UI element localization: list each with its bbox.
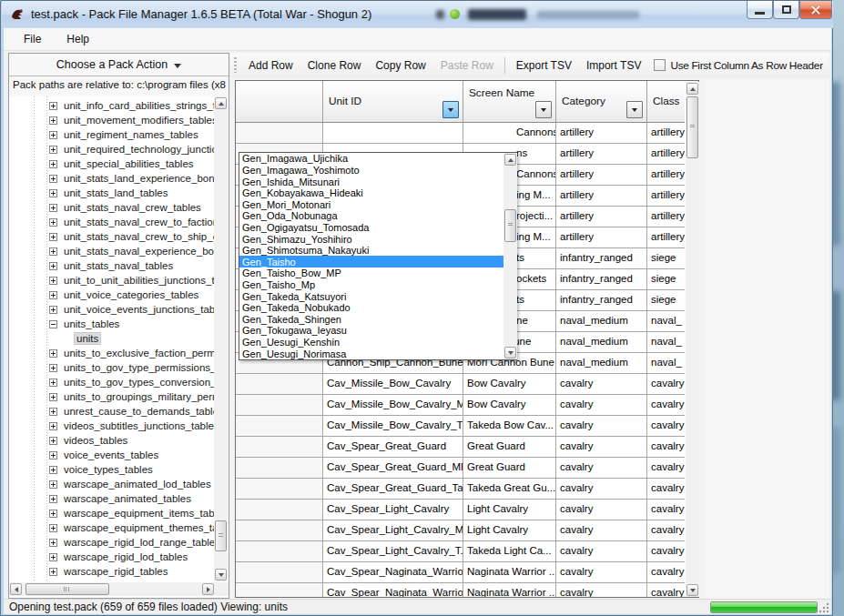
cell-category[interactable]: artillery [556,186,647,207]
filter-option[interactable]: Gen_Shimazu_Yoshihiro [239,233,503,245]
cell-class[interactable]: siege [647,269,685,290]
cell-category[interactable]: cavalry [556,437,647,458]
expand-plus-icon[interactable] [49,349,57,358]
cell-screen-name[interactable]: Great Guard [463,458,556,479]
title-bar[interactable]: test.pack - Pack File Manager 1.6.5 BETA… [2,1,833,28]
column-header-screen-name[interactable]: Screen Name [463,81,556,123]
cell-class[interactable]: artillery [647,227,685,248]
cell-class[interactable]: cavalry [647,500,685,520]
expand-plus-icon[interactable] [49,466,57,474]
expand-plus-icon[interactable] [49,364,57,372]
table-row[interactable]: Cav_Spear_Light_CavalryLight Cavalrycava… [236,500,685,520]
column-header-class[interactable]: Class [647,81,685,123]
cell-category[interactable]: cavalry [556,583,647,597]
cell-class[interactable]: cavalry [647,479,685,500]
filter-option[interactable]: Gen_Imagawa_Ujichika [239,153,503,165]
table-row[interactable]: Cav_Spear_Great_Guard_Ta...Takeda Great … [236,479,685,500]
scroll-up-button[interactable] [504,154,516,166]
tree-item[interactable]: unit_to_unit_abilities_junctions_ta [9,273,214,288]
expand-plus-icon[interactable] [49,568,57,576]
filter-option[interactable]: Gen_Taisho_Bow_MP [239,268,503,279]
tree-item[interactable]: videos_subtitles_junctions_tables [9,419,214,433]
expand-plus-icon[interactable] [49,131,57,139]
tree-item[interactable]: unit_required_technology_junction [9,142,214,157]
cell-unit-id[interactable]: Cav_Spear_Light_Cavalry_T... [323,541,463,562]
expand-plus-icon[interactable] [49,160,57,168]
expand-plus-icon[interactable] [49,262,57,270]
tree-item[interactable]: units [9,331,214,346]
filter-option[interactable]: Gen_Uesugi_Norimasa [239,348,503,359]
cell-class[interactable]: naval_ [647,311,685,332]
filter-option[interactable]: Gen_Tokugawa_Ieyasu [239,325,503,337]
table-row[interactable]: Cav_Missile_Bow_Cavalry_T...Takeda Bow C… [236,416,685,437]
expand-plus-icon[interactable] [49,102,57,110]
filter-option[interactable]: Gen_Takeda_Shingen [239,314,503,326]
tree-item[interactable]: unit_stats_naval_crew_to_ship_c [9,229,214,244]
cell-category[interactable]: cavalry [556,479,647,500]
cell-screen-name[interactable]: Takeda Light Ca... [463,541,556,562]
cell-unit-id[interactable]: Cav_Spear_Great_Guard_Ta... [323,479,463,500]
cell-class[interactable]: naval_ [647,353,685,374]
column-header-row-selector[interactable] [236,81,323,123]
table-row[interactable]: Cav_Spear_Light_Cavalry_MPLight Cavalryc… [236,520,685,541]
cell-screen-name[interactable]: Great Guard [463,437,556,458]
tree-scrollbar-thumb[interactable] [215,520,227,551]
expand-plus-icon[interactable] [49,175,57,183]
tree-item[interactable]: unit_stats_land_tables [9,186,214,200]
cell-category[interactable]: cavalry [556,500,647,520]
cell-unit-id[interactable]: Cav_Spear_Great_Guard [323,437,463,458]
cell-class[interactable]: artillery [647,186,685,207]
tree-item[interactable]: unit_stats_naval_experience_bon [9,244,214,258]
scroll-down-button[interactable] [686,584,698,596]
cell-category[interactable]: cavalry [556,416,647,437]
filter-dropdown-button[interactable] [535,101,552,118]
column-header-category[interactable]: Category [556,81,647,123]
cell-category[interactable]: cavalry [556,395,647,416]
cell-category[interactable]: infantry_ranged [556,290,647,311]
tree-item[interactable]: voice_events_tables [9,448,214,462]
expand-plus-icon[interactable] [49,218,57,227]
cell-class[interactable]: cavalry [647,374,685,395]
cell-class[interactable]: artillery [647,207,685,227]
scroll-down-button[interactable] [504,347,516,358]
cell-class[interactable]: artillery [647,123,685,144]
filter-dropdown-button[interactable] [626,101,643,118]
cell-class[interactable]: cavalry [647,520,685,541]
cell-category[interactable]: cavalry [556,374,647,395]
expand-plus-icon[interactable] [49,553,57,561]
cell-category[interactable]: infantry_ranged [556,248,647,269]
row-header-cell[interactable] [236,416,323,437]
tree-item[interactable]: warscape_equipment_items_table [9,506,214,520]
tree-item[interactable]: warscape_rigid_lod_tables [9,550,214,564]
cell-class[interactable]: cavalry [647,562,685,583]
row-header-cell[interactable] [236,500,323,520]
clone-row-button[interactable]: Clone Row [300,56,369,76]
table-row[interactable]: Cav_Missile_Bow_CavalryBow Cavalrycavalr… [236,374,685,395]
filter-option[interactable]: Gen_Takeda_Nobukado [239,302,503,314]
grid-vertical-scrollbar[interactable] [686,82,699,597]
cell-unit-id[interactable]: Cav_Spear_Light_Cavalry_MP [323,520,463,541]
scroll-down-button[interactable] [215,569,227,581]
cell-category[interactable]: naval_medium [556,311,647,332]
cell-class[interactable]: siege [647,290,685,311]
cell-screen-name[interactable]: Takeda Great Gu... [463,479,556,500]
cell-category[interactable]: naval_medium [556,353,647,374]
filter-option[interactable]: Gen_Shimotsuma_Nakayuki [239,245,503,257]
tree-item[interactable]: videos_tables [9,433,214,448]
tree-item[interactable]: warscape_rigid_tables [9,564,214,579]
cell-unit-id[interactable]: Cav_Spear_Naginata_Warrio... [323,562,463,583]
cell-class[interactable]: artillery [647,144,685,165]
tree-item[interactable]: unit_stats_naval_crew_tables [9,200,214,215]
import-tsv-button[interactable]: Import TSV [579,56,648,76]
tree-vertical-scrollbar[interactable] [214,96,228,581]
tree-item[interactable]: warscape_equipment_themes_tab [9,520,214,535]
cell-category[interactable]: artillery [556,144,647,165]
grid-scrollbar-thumb[interactable] [686,96,698,158]
cell-screen-name[interactable]: Naginata Warrior ... [463,562,556,583]
filter-option[interactable]: Gen_Takeda_Katsuyori [239,290,503,302]
expand-plus-icon[interactable] [49,379,57,387]
filter-option[interactable]: Gen_Ishida_Mitsunari [239,176,503,187]
choose-pack-action-button[interactable]: Choose a Pack Action [9,54,229,76]
minimize-button[interactable] [747,1,773,19]
cell-screen-name[interactable]: Naginata Warrior ... [463,583,556,597]
